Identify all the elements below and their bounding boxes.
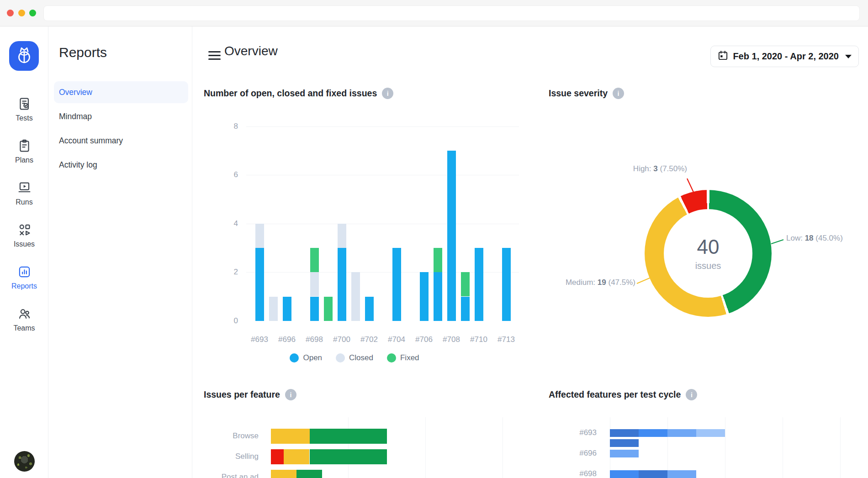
sidebar-item-label: Plans: [15, 156, 33, 164]
bar-fixed[interactable]: [434, 248, 442, 272]
sidebar-item-runs[interactable]: Runs: [0, 181, 48, 206]
bar-segment[interactable]: [610, 470, 639, 478]
bar-low[interactable]: [310, 429, 387, 444]
app-logo[interactable]: [9, 41, 39, 71]
legend-item-closed[interactable]: Closed: [336, 353, 373, 362]
x-axis-label: #713: [493, 335, 519, 344]
x-axis-label: #702: [356, 335, 382, 344]
app-window: TestsPlansRunsIssuesReportsTeams Reports…: [0, 26, 868, 478]
feature-label: Post an ad: [204, 472, 259, 478]
bar-closed[interactable]: [338, 224, 346, 248]
main-content: Overview Feb 1, 2020 - Apr 2, 2020 Numbe…: [193, 26, 868, 478]
bar-low[interactable]: [296, 470, 322, 478]
runs-icon: [17, 181, 32, 195]
bar-open[interactable]: [434, 272, 442, 321]
bar-open[interactable]: [365, 297, 374, 321]
gridline: [246, 175, 519, 175]
bar-open[interactable]: [310, 297, 319, 321]
bar-closed[interactable]: [269, 297, 278, 321]
bar-segment[interactable]: [667, 429, 696, 437]
cycle-label: #698: [551, 469, 597, 478]
bar-open[interactable]: [502, 248, 511, 321]
donut-label-medium: Medium: 19 (47.5%): [566, 278, 635, 287]
bar-open[interactable]: [338, 248, 346, 321]
bar-medium[interactable]: [271, 470, 296, 478]
sidebar-item-plans[interactable]: Plans: [0, 139, 48, 164]
bar-closed[interactable]: [351, 272, 360, 321]
bar-open[interactable]: [420, 272, 429, 321]
reports-nav-item-account-summary[interactable]: Account summary: [54, 130, 188, 152]
cycle-label: #696: [551, 448, 597, 458]
sidebar-item-tests[interactable]: Tests: [0, 97, 48, 122]
bar-fixed[interactable]: [461, 272, 470, 296]
gridline: [246, 126, 519, 127]
bar-medium[interactable]: [284, 449, 309, 464]
gridline: [725, 417, 725, 478]
bar-segment[interactable]: [696, 429, 725, 437]
gridline: [348, 417, 349, 478]
bar-open[interactable]: [392, 248, 401, 321]
sidebar-item-label: Tests: [16, 114, 32, 122]
reports-nav-item-mindmap[interactable]: Mindmap: [54, 105, 188, 127]
bar-segment[interactable]: [667, 470, 696, 478]
y-axis-label: 2: [224, 268, 238, 277]
bar-fixed[interactable]: [310, 248, 319, 272]
reports-nav-item-activity-log[interactable]: Activity log: [54, 154, 188, 176]
bar-open[interactable]: [475, 248, 483, 321]
legend-item-open[interactable]: Open: [290, 353, 322, 362]
page-title: Overview: [224, 44, 278, 58]
bar-high[interactable]: [271, 449, 284, 464]
traffic-light-close-button[interactable]: [7, 10, 14, 16]
x-axis-label: #704: [384, 335, 409, 344]
gridline: [246, 224, 519, 224]
date-range-value: Feb 1, 2020 - Apr 2, 2020: [733, 51, 839, 62]
legend-label: Open: [303, 353, 322, 362]
chevron-down-icon: [845, 55, 852, 58]
browser-address-bar[interactable]: [43, 5, 860, 21]
bar-segment[interactable]: [610, 429, 639, 437]
bar-medium[interactable]: [271, 429, 310, 444]
bar-low[interactable]: [310, 449, 387, 464]
bar-segment[interactable]: [610, 439, 639, 447]
chart-affected-features-per-test-cycle: Affected features per test cycle #693#69…: [549, 389, 864, 478]
reports-nav-item-overview[interactable]: Overview: [54, 81, 188, 103]
y-axis-label: 0: [224, 316, 238, 326]
bar-segment[interactable]: [610, 450, 639, 457]
sidebar-item-label: Issues: [14, 240, 35, 248]
sidebar-item-issues[interactable]: Issues: [0, 223, 48, 248]
legend-item-fixed[interactable]: Fixed: [387, 353, 419, 362]
legend-dot: [290, 353, 299, 362]
chart-title: Issue severity: [549, 88, 624, 99]
x-axis-label: #698: [302, 335, 327, 344]
nav-item-label: Overview: [59, 88, 92, 97]
donut-total-label: issues: [695, 261, 721, 271]
issues-icon: [17, 223, 32, 237]
bar-segment[interactable]: [639, 429, 667, 437]
horizontal-stacked-bar-chart: BrowseSellingPost an ad: [204, 389, 524, 478]
donut-total-value: 40: [697, 236, 720, 258]
gridline: [667, 417, 668, 478]
info-icon[interactable]: [613, 88, 624, 99]
donut-label-low: Low: 18 (45.0%): [786, 234, 843, 243]
bar-open[interactable]: [255, 248, 264, 321]
date-range-picker[interactable]: Feb 1, 2020 - Apr 2, 2020: [710, 46, 859, 67]
bar-open[interactable]: [461, 297, 470, 321]
user-avatar[interactable]: [14, 451, 35, 472]
bar-open[interactable]: [283, 297, 291, 321]
traffic-light-expand-button[interactable]: [29, 10, 36, 16]
cycle-label: #693: [551, 428, 597, 438]
bar-open[interactable]: [447, 151, 456, 321]
gridline: [783, 417, 783, 478]
calendar-icon: [718, 50, 728, 63]
nav-item-label: Mindmap: [59, 112, 92, 121]
sidebar-item-reports[interactable]: Reports: [0, 265, 48, 290]
bar-fixed[interactable]: [324, 297, 333, 321]
bar-closed[interactable]: [255, 224, 264, 248]
chart-open-closed-fixed-issues: Number of open, closed and fixed issues …: [204, 88, 524, 370]
menu-icon[interactable]: [208, 51, 221, 60]
sidebar-item-label: Reports: [11, 282, 37, 290]
bar-segment[interactable]: [639, 470, 667, 478]
bar-closed[interactable]: [310, 272, 319, 296]
traffic-light-minimize-button[interactable]: [18, 10, 25, 16]
sidebar-item-teams[interactable]: Teams: [0, 307, 48, 332]
